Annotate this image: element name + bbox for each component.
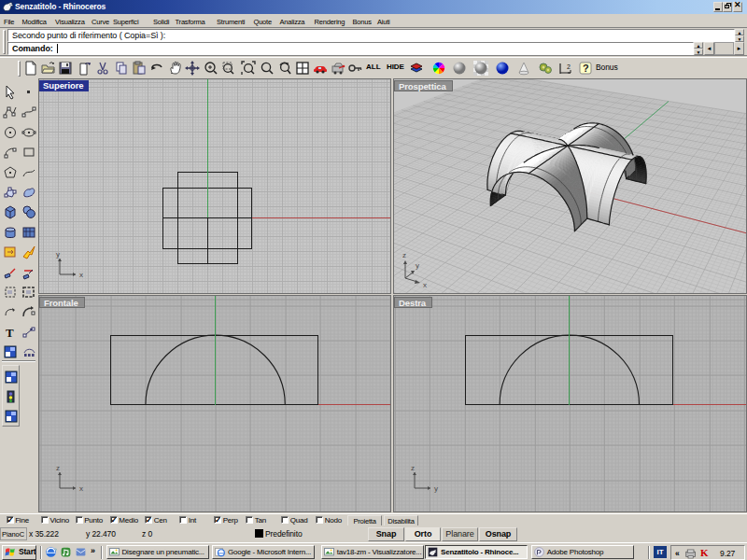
svg-text:x: x [79, 271, 83, 279]
svg-text:z: z [411, 464, 415, 472]
svg-text:z: z [56, 464, 60, 472]
svg-text:z: z [402, 251, 406, 259]
svg-text:y: y [434, 484, 438, 493]
svg-text:y: y [56, 250, 60, 259]
svg-text:2: 2 [567, 63, 571, 70]
svg-text:y: y [416, 261, 419, 270]
svg-text:x: x [79, 484, 83, 493]
svg-text:x: x [423, 281, 427, 288]
svg-text:T: T [6, 326, 14, 340]
svg-text:?: ? [583, 63, 589, 74]
